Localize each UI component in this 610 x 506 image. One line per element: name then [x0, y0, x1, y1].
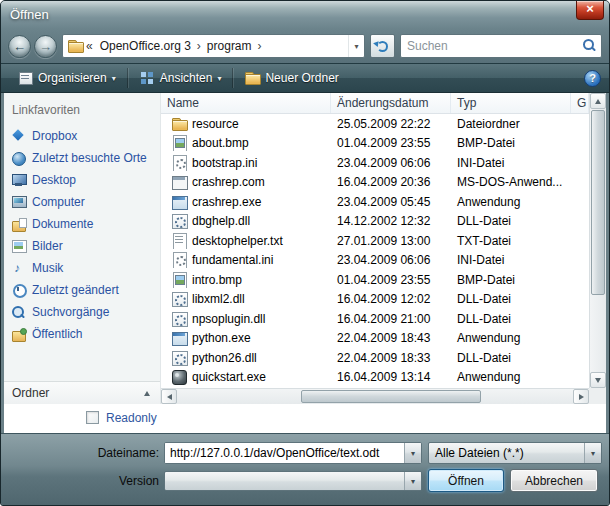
breadcrumb[interactable]: « OpenOffice.org 3 › program › ▾ [62, 34, 365, 58]
file-type: BMP-Datei [451, 273, 571, 287]
search-box[interactable] [400, 34, 602, 58]
filename-dropdown-button[interactable]: ▾ [404, 443, 421, 463]
sidebar-item-public[interactable]: Öffentlich [4, 323, 160, 345]
sidebar-item-documents[interactable]: Dokumente [4, 213, 160, 235]
sidebar-item-dropbox[interactable]: Dropbox [4, 125, 160, 147]
open-button[interactable]: Öffnen [428, 469, 504, 492]
file-row[interactable]: crashrep.exe 23.04.2009 05:45 Anwendung [161, 192, 589, 212]
refresh-button[interactable] [370, 34, 395, 58]
help-button[interactable]: ? [584, 70, 601, 87]
breadcrumb-history-button[interactable]: ▾ [348, 35, 364, 57]
file-row[interactable]: fundamental.ini 23.04.2009 06:06 INI-Dat… [161, 251, 589, 271]
back-arrow-icon: ← [13, 39, 26, 54]
readonly-checkbox[interactable] [86, 411, 99, 424]
breadcrumb-overflow-button[interactable]: « [83, 39, 96, 53]
toolbar-separator [232, 68, 233, 88]
breadcrumb-separator-icon[interactable]: › [195, 39, 203, 53]
file-name: crashrep.exe [192, 195, 261, 209]
breadcrumb-segment[interactable]: OpenOffice.org 3 [96, 39, 195, 53]
vertical-scrollbar-thumb[interactable] [591, 110, 605, 295]
file-row[interactable]: python26.dll 22.04.2009 18:33 DLL-Datei [161, 348, 589, 368]
vertical-scrollbar[interactable] [589, 93, 606, 388]
file-name: bootstrap.ini [192, 156, 257, 170]
file-type-icon [171, 155, 187, 171]
file-date: 25.05.2009 22:22 [331, 117, 451, 131]
file-row[interactable]: desktophelper.txt 27.01.2009 13:00 TXT-D… [161, 231, 589, 251]
cancel-button[interactable]: Abbrechen [510, 469, 598, 492]
filename-combobox[interactable]: ▾ [164, 442, 422, 464]
version-dropdown[interactable]: ▾ [164, 471, 422, 491]
file-row[interactable]: libxml2.dll 16.04.2009 12:02 DLL-Datei [161, 290, 589, 310]
music-icon [11, 261, 26, 276]
back-button[interactable]: ← [8, 35, 31, 58]
file-row[interactable]: quickstart.exe 16.04.2009 13:14 Anwendun… [161, 368, 589, 388]
file-type-icon [171, 330, 187, 346]
filetype-dropdown-button[interactable]: ▾ [584, 443, 601, 463]
file-name: dbghelp.dll [192, 214, 250, 228]
file-row[interactable]: bootstrap.ini 23.04.2009 06:06 INI-Datei [161, 153, 589, 173]
sidebar-item-desktop[interactable]: Desktop [4, 169, 160, 191]
column-header-type[interactable]: Typ [451, 93, 571, 113]
column-header-name[interactable]: Name [161, 93, 331, 113]
breadcrumb-segment[interactable]: program [203, 39, 256, 53]
filename-input[interactable] [165, 443, 404, 463]
sidebar-item-label: Musik [32, 261, 63, 275]
sidebar-item-pictures[interactable]: Bilder [4, 235, 160, 257]
file-type: BMP-Datei [451, 136, 571, 150]
file-row[interactable]: about.bmp 01.04.2009 23:55 BMP-Datei [161, 134, 589, 154]
file-row[interactable]: resource 25.05.2009 22:22 Dateiordner [161, 114, 589, 134]
scroll-left-button[interactable] [161, 389, 177, 404]
search-input[interactable] [407, 39, 581, 53]
organize-button[interactable]: Organisieren ▾ [9, 66, 124, 90]
column-header-size[interactable]: G [571, 93, 589, 113]
help-icon: ? [589, 72, 596, 84]
file-name: npsoplugin.dll [192, 312, 265, 326]
new-folder-icon [244, 70, 260, 86]
scroll-down-button[interactable] [590, 372, 606, 388]
folders-expander[interactable]: Ordner [4, 381, 160, 404]
favorites-sidebar: Linkfavoriten Dropbox Zuletzt besuchte O… [4, 93, 161, 404]
file-row[interactable]: intro.bmp 01.04.2009 23:55 BMP-Datei [161, 270, 589, 290]
readonly-row: Readonly [4, 404, 606, 433]
sidebar-item-recent-changed[interactable]: Zuletzt geändert [4, 279, 160, 301]
file-row[interactable]: crashrep.com 16.04.2009 20:36 MS-DOS-Anw… [161, 173, 589, 193]
recent-places-icon [11, 151, 26, 166]
breadcrumb-separator-icon[interactable]: › [256, 39, 264, 53]
folders-label: Ordner [12, 386, 49, 400]
file-type: Anwendung [451, 195, 571, 209]
file-date: 14.12.2002 12:32 [331, 214, 451, 228]
sidebar-item-label: Zuletzt besuchte Orte [32, 151, 147, 165]
file-row[interactable]: dbghelp.dll 14.12.2002 12:32 DLL-Datei [161, 212, 589, 232]
horizontal-scrollbar-thumb[interactable] [301, 390, 481, 403]
file-name: python.exe [192, 331, 251, 345]
sidebar-item-recent-places[interactable]: Zuletzt besuchte Orte [4, 147, 160, 169]
open-button-label: Öffnen [448, 474, 484, 488]
file-type-icon [171, 350, 187, 366]
file-row[interactable]: npsoplugin.dll 16.04.2009 21:00 DLL-Date… [161, 309, 589, 329]
file-row[interactable]: python.exe 22.04.2009 18:43 Anwendung [161, 329, 589, 349]
forward-button[interactable]: → [34, 35, 57, 58]
chevron-down-icon: ▾ [591, 449, 595, 458]
sidebar-item-label: Desktop [32, 173, 76, 187]
computer-icon [11, 195, 26, 210]
chevron-down-icon: ▾ [112, 74, 116, 83]
column-header-date[interactable]: Änderungsdatum [331, 93, 451, 113]
filetype-value: Alle Dateien (*.*) [429, 443, 584, 463]
filetype-dropdown[interactable]: Alle Dateien (*.*) ▾ [428, 442, 602, 464]
version-dropdown-button[interactable]: ▾ [404, 472, 421, 490]
sidebar-item-label: Bilder [32, 239, 63, 253]
sidebar-item-music[interactable]: Musik [4, 257, 160, 279]
horizontal-scrollbar[interactable] [161, 388, 589, 404]
window-title: Öffnen [10, 7, 49, 22]
views-button[interactable]: Ansichten ▾ [131, 66, 230, 90]
sidebar-item-computer[interactable]: Computer [4, 191, 160, 213]
scroll-right-button[interactable] [573, 389, 589, 404]
new-folder-button[interactable]: Neuer Ordner [236, 66, 346, 90]
file-name: resource [192, 117, 239, 131]
sidebar-item-searches[interactable]: Suchvorgänge [4, 301, 160, 323]
close-button[interactable]: × [576, 1, 604, 20]
public-icon [11, 327, 26, 342]
scroll-up-button[interactable] [590, 93, 606, 109]
readonly-label[interactable]: Readonly [106, 411, 157, 425]
file-date: 23.04.2009 06:06 [331, 253, 451, 267]
